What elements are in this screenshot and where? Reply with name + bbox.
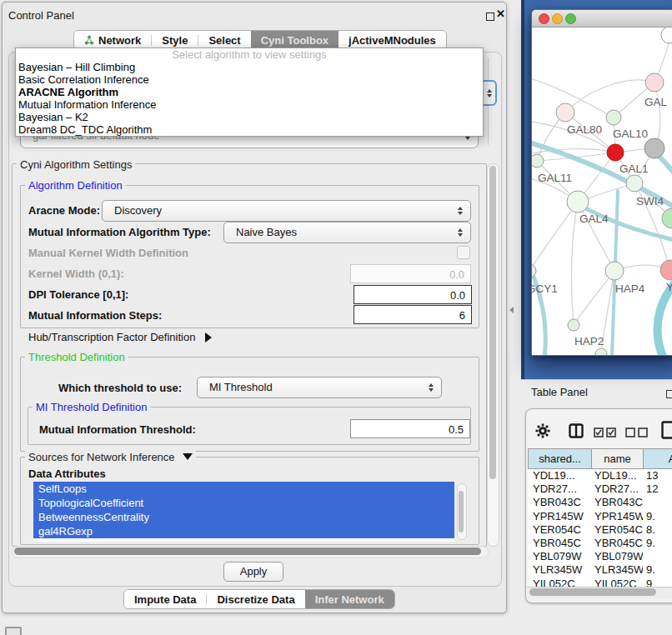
mi-steps-field[interactable]: 6 (354, 305, 472, 324)
table-row[interactable]: YPR145W YPR145W 9. (528, 510, 672, 523)
which-threshold-combo[interactable]: MI Threshold (197, 377, 442, 398)
tab-jactivemnodules[interactable]: jActiveMNodules (339, 31, 446, 49)
dpi-tolerance-field[interactable]: 0.0 (354, 285, 472, 304)
algorithm-option[interactable]: Dream8 DC_TDC Algorithm (16, 123, 483, 136)
close-traffic-light-icon[interactable] (539, 13, 549, 24)
table-panel-divider (521, 379, 672, 380)
table-row[interactable]: YBL079W YBL079W (528, 550, 672, 563)
cell-name: YDR27... (591, 482, 643, 496)
node-label: HAP2 (574, 335, 604, 348)
settings-horizontal-scrollbar-thumb[interactable] (14, 548, 481, 555)
table-row[interactable]: YER054C YER054C 8. (528, 523, 672, 537)
checked-boxes-icon[interactable] (594, 426, 616, 441)
gear-icon[interactable] (535, 423, 550, 442)
panel-collapse-arrow[interactable] (509, 307, 514, 313)
node-hap4[interactable] (605, 262, 624, 280)
tab-cyni-toolbox-label: Cyni Toolbox (261, 34, 328, 47)
node-gray[interactable] (644, 138, 664, 158)
data-attributes-list[interactable]: SelfLoops TopologicalCoefficient Between… (33, 482, 454, 542)
algorithm-option[interactable]: Bayesian – K2 (16, 111, 483, 123)
aracne-mode-combo[interactable]: Discovery (102, 200, 471, 222)
list-item[interactable]: BetweennessCentrality (33, 510, 454, 524)
split-columns-icon[interactable] (569, 423, 584, 442)
list-vertical-scrollbar-thumb[interactable] (459, 491, 464, 532)
minimize-traffic-light-icon[interactable] (552, 13, 563, 24)
kernel-width-label: Kernel Width (0,1): (28, 268, 124, 280)
algorithm-option[interactable]: Bayesian – Hill Climbing (16, 61, 483, 73)
close-icon[interactable]: ✕ (496, 8, 505, 20)
mi-threshold-field[interactable]: 0.5 (350, 419, 470, 438)
tab-style[interactable]: Style (152, 31, 198, 49)
cell-shared: YBL079W (528, 550, 591, 563)
unchecked-boxes-icon[interactable] (625, 426, 648, 441)
hub-definition-expander[interactable]: Hub/Transcription Factor Definition (28, 331, 212, 343)
node-gal11[interactable] (532, 154, 544, 168)
table-row[interactable]: YIL052C YIL052C 9 (528, 578, 672, 588)
float-icon[interactable] (486, 12, 494, 21)
column-header-partial[interactable]: A (643, 448, 672, 469)
node-gal80[interactable] (556, 103, 574, 122)
tab-style-label: Style (162, 34, 188, 47)
table-row[interactable]: YLR345W YLR345W 9. (528, 563, 672, 577)
cell-name: YLR345W (591, 563, 643, 577)
node-gal1[interactable] (626, 175, 643, 192)
node[interactable] (661, 28, 672, 43)
table-row[interactable]: YBR043C YBR043C (528, 496, 672, 509)
tab-select[interactable]: Select (198, 31, 250, 49)
list-vertical-scrollbar[interactable] (457, 483, 467, 540)
mi-threshold-label: Mutual Information Threshold: (39, 423, 196, 436)
zoom-traffic-light-icon[interactable] (565, 13, 576, 24)
network-icon (84, 35, 94, 45)
mi-type-label: Mutual Information Algorithm Type: (28, 226, 211, 238)
settings-vertical-scrollbar-thumb[interactable] (489, 166, 496, 479)
node-hap2[interactable] (568, 319, 579, 331)
node-swi4[interactable] (662, 208, 672, 228)
tab-impute-data-label: Impute Data (134, 593, 196, 606)
table-row[interactable]: YDL19... YDL19... 13 (528, 469, 672, 482)
node-label: Y (666, 281, 672, 293)
list-item[interactable]: gal4RGexp (33, 524, 454, 538)
node-table[interactable]: YDL19... YDL19... 13 YDR27... YDR27... 1… (528, 469, 672, 587)
node-gal4[interactable] (567, 191, 589, 212)
cell-name: YIL052C (591, 578, 643, 588)
mi-steps-value: 6 (459, 308, 465, 321)
settings-vertical-scrollbar[interactable] (487, 163, 499, 547)
table-row[interactable]: YBR045C YBR045C 9. (528, 537, 672, 550)
table-row[interactable]: YDR27... YDR27... 12 (528, 482, 672, 496)
node-selected-red[interactable] (607, 144, 624, 161)
mi-type-combo[interactable]: Naive Bayes (223, 222, 471, 243)
network-window-titlebar[interactable] (532, 10, 672, 28)
node-salmon[interactable] (660, 260, 672, 280)
list-item[interactable]: TopologicalCoefficient (33, 496, 454, 510)
algorithm-option[interactable]: Basic Correlation Inference (16, 73, 483, 86)
manual-kernel-checkbox[interactable] (457, 246, 470, 259)
node-gcy1[interactable] (532, 264, 536, 278)
tab-network[interactable]: Network (74, 31, 151, 49)
node-gal10[interactable] (606, 110, 621, 125)
algorithm-option[interactable]: Mutual Information Inference (16, 98, 483, 111)
sources-group-title[interactable]: Sources for Network Inference (25, 451, 196, 463)
tab-infer-network[interactable]: Infer Network (305, 590, 394, 608)
list-item[interactable]: SelfLoops (33, 482, 454, 496)
desktop: Control Panel ✕ Network (0, 0, 672, 635)
tab-discretize-data-label: Discretize Data (217, 593, 294, 606)
network-view-window[interactable]: GAL GAL80 GAL10 GAL11 GAL1 SWI4 GAL4 GCY… (531, 9, 672, 356)
kernel-width-field: 0.0 (350, 264, 471, 283)
network-canvas[interactable]: GAL GAL80 GAL10 GAL11 GAL1 SWI4 GAL4 GCY… (532, 28, 672, 355)
collapsed-panel-icon[interactable] (5, 627, 22, 635)
column-header-shared-name[interactable]: shared... (528, 448, 592, 469)
node-label: GAL1 (619, 162, 649, 175)
tab-cyni-toolbox[interactable]: Cyni Toolbox (251, 31, 339, 49)
tab-discretize-data[interactable]: Discretize Data (207, 590, 304, 608)
table-panel-float-icon[interactable] (666, 390, 672, 398)
document-icon[interactable] (661, 421, 672, 442)
algorithm-dropdown-popup: Select algorithm to view settings Bayesi… (15, 48, 484, 137)
node[interactable] (595, 348, 607, 355)
table-horizontal-scrollbar-thumb[interactable] (529, 588, 656, 596)
tab-impute-data[interactable]: Impute Data (124, 590, 206, 608)
algorithm-option-selected[interactable]: ARACNE Algorithm (16, 86, 483, 98)
node[interactable] (645, 73, 664, 92)
apply-button[interactable]: Apply (223, 562, 283, 582)
dpi-tolerance-label: DPI Tolerance [0,1]: (28, 288, 128, 301)
column-header-name[interactable]: name (591, 448, 644, 469)
